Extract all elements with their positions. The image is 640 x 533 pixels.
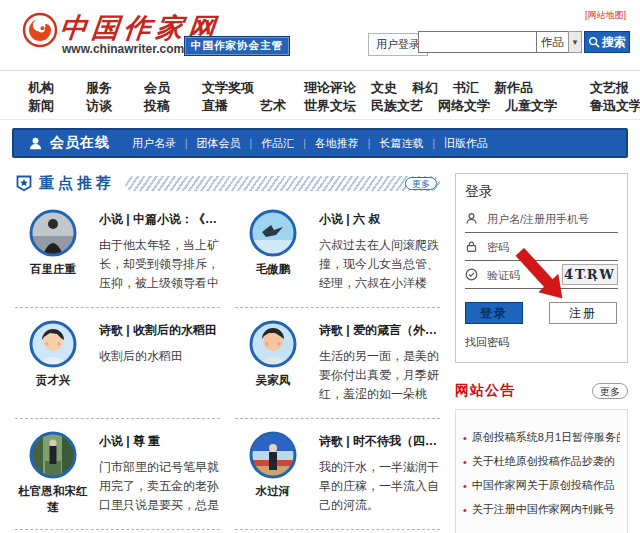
work-excerpt: 我的汗水，一半滋润干旱的庄稼，一半流入自己的河流。 [319, 458, 440, 515]
bullet-icon: • [463, 504, 467, 516]
nav-item[interactable]: 直播 [202, 97, 228, 115]
announcements-title: 网站公告 [455, 382, 515, 400]
work-title[interactable]: 诗歌 | 收割后的水稻田 [99, 322, 220, 339]
nav-item[interactable]: 民族文艺 [371, 97, 423, 115]
nav-item[interactable]: 艺术 [260, 97, 286, 115]
member-name[interactable]: 贡才兴 [36, 373, 71, 389]
search-input[interactable] [418, 31, 536, 53]
work-title[interactable]: 小说 | 尊 重 [99, 433, 220, 450]
check-circle-icon [465, 268, 478, 281]
recommend-item[interactable]: 毛傲鹏 小说 | 六 叔 六叔过去在人间滚爬跌撞，现今儿女当总管、经理，六叔在小… [235, 197, 440, 308]
work-title[interactable]: 诗歌 | 时不待我（四章） [319, 433, 440, 450]
member-avatar[interactable] [29, 209, 77, 257]
person-icon [28, 136, 43, 151]
member-link[interactable]: 各地推荐 [315, 136, 359, 151]
nav-item[interactable]: 理论评论 [304, 79, 356, 97]
recommend-section: 重点推荐 更多 百里庄重 小说 | 中篇 [15, 173, 440, 530]
supervisor-badge: 中国作家协会主管 [184, 36, 290, 56]
nav-item[interactable]: 服务 [86, 79, 112, 97]
captcha-input[interactable] [485, 268, 555, 282]
member-name[interactable]: 毛傲鹏 [256, 262, 291, 278]
work-title[interactable]: 小说 | 六 叔 [319, 211, 440, 228]
announcements-more-button[interactable]: 更多 [592, 383, 628, 399]
work-title[interactable]: 小说 | 中篇小说：《站好最后... [99, 211, 220, 228]
announcement-text: 关于杜绝原创投稿作品抄袭的 [472, 454, 615, 469]
announcement-link[interactable]: • 原创投稿系统8月1日暂停服务的 [463, 430, 620, 445]
nav-item[interactable]: 会员 [144, 79, 170, 97]
separator: | [368, 138, 371, 149]
nav-item[interactable]: 新闻 [28, 97, 54, 115]
recommend-item[interactable]: 百里庄重 小说 | 中篇小说：《站好最后... 由于他太年轻，当上矿长，却受到领… [15, 197, 220, 308]
work-excerpt: 收割后的水稻田 [99, 347, 220, 366]
stripe-decor: 更多 [125, 176, 440, 191]
chevron-down-icon[interactable]: ▾ [568, 31, 582, 53]
member-avatar[interactable] [249, 431, 297, 479]
sidebar: 登录 4TRW 登录 注册 找回 [455, 173, 628, 533]
sitemap-link[interactable]: [网站地图] [585, 9, 626, 22]
member-link[interactable]: 团体会员 [197, 136, 241, 151]
nav-item[interactable]: 投稿 [144, 97, 170, 115]
work-excerpt: 六叔过去在人间滚爬跌撞，现今儿女当总管、经理，六叔在小洋楼上，仰躺在摇椅中，一前… [319, 236, 440, 293]
separator: | [250, 138, 253, 149]
nav-item[interactable]: 世界文坛 [304, 97, 356, 115]
announcement-link[interactable]: • 关于注册中国作家网内刊账号 [463, 502, 620, 517]
search-icon [588, 36, 600, 48]
member-name[interactable]: 水过河 [256, 484, 291, 500]
recommend-title: 重点推荐 [39, 174, 115, 193]
member-link[interactable]: 作品汇 [261, 136, 294, 151]
page-header: 中国作家网 www.chinawriter.com.cn 中国作家协会主管 [网… [0, 0, 640, 70]
search-button[interactable]: 搜索 [584, 31, 630, 53]
member-online-title[interactable]: 会员在线 [50, 134, 110, 152]
separator: | [185, 138, 188, 149]
nav-item[interactable]: 文学奖项 [202, 79, 254, 97]
register-button[interactable]: 注册 [549, 302, 617, 324]
nav-item[interactable]: 鲁迅文学院 [590, 97, 640, 115]
nav-item[interactable]: 文史 [371, 79, 397, 97]
nav-item[interactable]: 书汇 [453, 79, 479, 97]
recommend-item[interactable]: 杜官恩和宋红莲 小说 | 尊 重 门市部里的记号笔早就用完了，卖五金的老孙口里只… [15, 419, 220, 530]
recommend-header: 重点推荐 更多 [15, 173, 440, 193]
nav-item[interactable]: 机构 [28, 79, 54, 97]
member-avatar[interactable] [249, 320, 297, 368]
captcha-field-row: 4TRW [465, 261, 618, 289]
search-bar: 作品 ▾ 搜索 [418, 31, 630, 53]
announcement-link[interactable]: • 中国作家网关于原创投稿作品 [463, 478, 620, 493]
forgot-password-link[interactable]: 找回密码 [465, 335, 618, 350]
announcements-header: 网站公告 更多 [455, 382, 628, 400]
member-name[interactable]: 吴家凤 [256, 373, 291, 389]
recommend-more-button[interactable]: 更多 [405, 177, 437, 190]
member-online-bar: 会员在线 用户名录 | 团体会员 | 作品汇 | 各地推荐 | 长篇连载 | 旧… [12, 128, 628, 158]
nav-item[interactable]: 科幻 [412, 79, 438, 97]
username-field-row [465, 205, 618, 233]
member-name[interactable]: 杜官恩和宋红莲 [15, 484, 91, 515]
nav-item[interactable]: 新作品 [494, 79, 533, 97]
person-icon [465, 212, 478, 225]
nav-item[interactable]: 儿童文学 [505, 97, 557, 115]
password-input[interactable] [485, 240, 618, 254]
site-logo-icon [22, 12, 58, 48]
member-name[interactable]: 百里庄重 [30, 262, 76, 278]
member-link[interactable]: 长篇连载 [379, 136, 423, 151]
member-avatar[interactable] [249, 209, 297, 257]
nav-item[interactable]: 网络文学 [438, 97, 490, 115]
main-nav: 机构 服务 会员 文学奖项 新闻 访谈 投稿 直播 艺术 理论评论 文史 科幻 … [0, 70, 640, 120]
lock-icon [465, 240, 478, 253]
member-avatar[interactable] [29, 320, 77, 368]
login-button[interactable]: 登录 [465, 302, 523, 324]
member-avatar[interactable] [29, 431, 77, 479]
announcements-list: • 原创投稿系统8月1日暂停服务的 • 关于杜绝原创投稿作品抄袭的 • 中国作家… [455, 409, 628, 533]
member-link[interactable]: 用户名录 [132, 136, 176, 151]
bullet-icon: • [463, 480, 467, 492]
work-title[interactable]: 诗歌 | 爱的箴言（外二首） [319, 322, 440, 339]
nav-item[interactable]: 文艺报 [590, 79, 629, 97]
member-link[interactable]: 旧版作品 [444, 136, 488, 151]
recommend-item[interactable]: 贡才兴 诗歌 | 收割后的水稻田 收割后的水稻田 [15, 308, 220, 419]
captcha-image[interactable]: 4TRW [562, 264, 618, 285]
announcement-link[interactable]: • 关于杜绝原创投稿作品抄袭的 [463, 454, 620, 469]
username-input[interactable] [485, 212, 618, 226]
recommend-item[interactable]: 吴家凤 诗歌 | 爱的箴言（外二首） 生活的另一面，是美的要你付出真爱，月季妍红… [235, 308, 440, 419]
search-category-select[interactable]: 作品 [536, 31, 568, 53]
separator: | [303, 138, 306, 149]
recommend-item[interactable]: 水过河 诗歌 | 时不待我（四章） 我的汗水，一半滋润干旱的庄稼，一半流入自己的… [235, 419, 440, 530]
nav-item[interactable]: 访谈 [86, 97, 112, 115]
